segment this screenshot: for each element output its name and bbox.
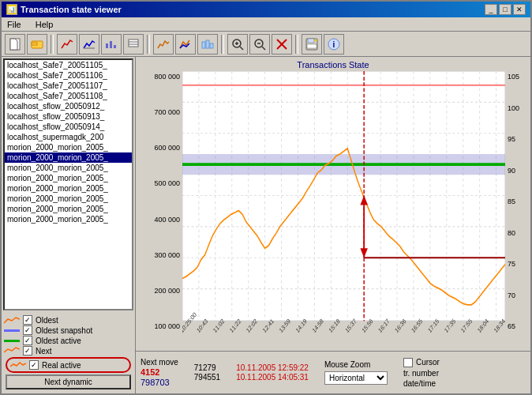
date1: 10.11.2005 12:59:22 <box>236 363 309 372</box>
cursor-label: Cursor <box>416 358 440 367</box>
y-axis-right-label: 105 <box>508 73 519 81</box>
y-axis-left-label: 100 000 <box>154 322 180 330</box>
legend: ✓ Oldest ✓ Oldest snapshot ✓ Oldest acti… <box>2 312 135 393</box>
svg-rect-2 <box>32 43 37 45</box>
value2: 798703 <box>140 378 178 387</box>
y-axis-left-label: 600 000 <box>154 144 180 152</box>
toolbar-export[interactable] <box>123 34 144 55</box>
legend-oldest-label: Oldest <box>36 316 58 325</box>
svg-rect-10 <box>202 42 205 48</box>
window-controls: _ □ ✕ <box>485 4 526 15</box>
svg-rect-12 <box>210 43 213 48</box>
legend-oldest-active-label: Oldest active <box>36 337 81 345</box>
toolbar-chart3[interactable] <box>101 34 122 55</box>
legend-real-active-checkbox[interactable]: ✓ <box>29 360 39 370</box>
title-bar: 📊 Transaction state viewer _ □ ✕ <box>2 2 530 17</box>
y-axis-left-label: 300 000 <box>154 251 180 259</box>
toolbar-info[interactable]: i <box>324 34 344 55</box>
y-axis-right-label: 75 <box>508 260 515 268</box>
legend-oldest-checkbox[interactable]: ✓ <box>23 315 32 325</box>
toolbar-chart6[interactable] <box>197 34 218 55</box>
y-axis-right-label: 90 <box>508 167 515 175</box>
svg-rect-7 <box>129 40 138 47</box>
legend-next-label: Next <box>36 347 52 356</box>
file-item[interactable]: localhost_Safe7_20051106_ <box>5 70 132 81</box>
cursor-checkbox[interactable] <box>403 358 413 367</box>
real-active-box: ✓ Real active <box>6 357 131 373</box>
legend-snapshot-label: Oldest snapshot <box>36 326 92 335</box>
svg-text:i: i <box>333 40 335 49</box>
toolbar-chart4[interactable] <box>153 34 174 55</box>
file-item[interactable]: localhost_sflow_20050913_ <box>5 111 132 122</box>
file-item[interactable]: morion_2000_morion_2005_ <box>5 204 132 214</box>
toolbar-chart2[interactable] <box>79 34 99 55</box>
toolbar-sep3 <box>221 35 224 54</box>
legend-oldest-active: ✓ Oldest active <box>4 336 133 345</box>
file-item[interactable]: localhost_Safe7_20051107_ <box>5 81 132 91</box>
toolbar-chart1[interactable] <box>57 34 77 55</box>
file-item[interactable]: localhost_sflow_20050914_ <box>5 122 132 132</box>
svg-rect-5 <box>110 41 112 48</box>
main-window: 📊 Transaction state viewer _ □ ✕ File He… <box>0 0 532 395</box>
y-axis-right-label: 65 <box>508 322 515 330</box>
bottom-panel: Next move 4152 798703 71279 794551 10.11… <box>136 351 530 393</box>
svg-rect-23 <box>308 39 314 43</box>
legend-snapshot-checkbox[interactable]: ✓ <box>23 325 32 335</box>
svg-rect-4 <box>106 43 108 48</box>
bottom-cursor: Cursor tr. number date/time <box>403 358 440 388</box>
svg-rect-11 <box>206 40 209 48</box>
menu-help[interactable]: Help <box>33 19 56 30</box>
toolbar-save[interactable] <box>302 34 322 55</box>
menu-file[interactable]: File <box>5 19 24 30</box>
file-item[interactable]: morion_2000_morion_2005_ <box>5 142 132 152</box>
next-dynamic-button[interactable]: Next dynamic <box>6 374 131 389</box>
file-item[interactable]: localhost_supermagdk_200 <box>5 132 132 142</box>
legend-next-checkbox[interactable]: ✓ <box>23 346 32 356</box>
chart-area: Transactions State 800 000700 000600 000… <box>136 57 530 393</box>
file-item[interactable]: morion_2000_morion_2005_ <box>5 163 132 173</box>
file-item[interactable]: localhost_Safe7_20051108_ <box>5 91 132 101</box>
chart-svg[interactable]: 10:25:00 10:43 11:02 11:22 12:02 12:41 1… <box>182 71 505 344</box>
app-icon: 📊 <box>6 4 17 15</box>
file-item[interactable]: morion_2000_morion_2005_ <box>5 173 132 183</box>
file-item[interactable]: localhost_sflow_20050912_ <box>5 101 132 111</box>
toolbar-sep1 <box>51 35 54 54</box>
file-item[interactable]: morion_2000_morion_2005_ <box>5 183 132 194</box>
y-axis-left-label: 200 000 <box>154 287 180 295</box>
toolbar-open[interactable] <box>27 34 47 55</box>
toolbar: i <box>2 32 530 57</box>
svg-line-14 <box>240 47 243 50</box>
bottom-value-group2: 71279 794551 <box>194 363 220 382</box>
value4-label: 794551 <box>194 373 220 382</box>
chart-title: Transactions State <box>139 60 527 70</box>
maximize-button[interactable]: □ <box>499 4 511 15</box>
file-item[interactable]: morion_2000_morion_2005_ <box>5 214 132 224</box>
toolbar-zoom-in[interactable] <box>227 34 248 55</box>
file-list[interactable]: localhost_Safe7_20051105_localhost_Safe7… <box>3 58 133 310</box>
file-item[interactable]: morion_2000_morion_2005_ <box>5 152 132 163</box>
minimize-button[interactable]: _ <box>485 4 497 15</box>
cursor-row: Cursor <box>403 358 440 367</box>
legend-next: ✓ Next <box>4 346 133 356</box>
toolbar-new[interactable] <box>5 34 25 55</box>
window-title: Transaction state viewer <box>21 5 122 14</box>
toolbar-chart5[interactable] <box>175 34 196 55</box>
y-axis-left: 800 000700 000600 000500 000400 000300 0… <box>139 71 182 344</box>
svg-rect-28 <box>182 71 505 321</box>
tr-number-row: tr. number <box>403 369 440 378</box>
y-axis-right-label: 95 <box>508 135 515 143</box>
y-axis-left-label: 800 000 <box>154 73 180 81</box>
legend-snapshot-line <box>4 329 20 332</box>
legend-oldest-active-checkbox[interactable]: ✓ <box>23 336 32 345</box>
toolbar-zoom-out[interactable] <box>249 34 270 55</box>
date-time-label: date/time <box>403 379 436 388</box>
y-axis-right-label: 85 <box>508 198 515 205</box>
content-area: localhost_Safe7_20051105_localhost_Safe7… <box>2 57 530 393</box>
file-item[interactable]: localhost_Safe7_20051105_ <box>5 60 132 70</box>
close-button[interactable]: ✕ <box>513 4 526 15</box>
y-axis-right-label: 100 <box>508 104 519 112</box>
y-axis-left-label: 400 000 <box>154 216 180 224</box>
toolbar-close[interactable] <box>272 34 292 55</box>
zoom-select[interactable]: Horizontal Vertical Both <box>324 371 388 385</box>
file-item[interactable]: morion_2000_morion_2005_ <box>5 194 132 204</box>
